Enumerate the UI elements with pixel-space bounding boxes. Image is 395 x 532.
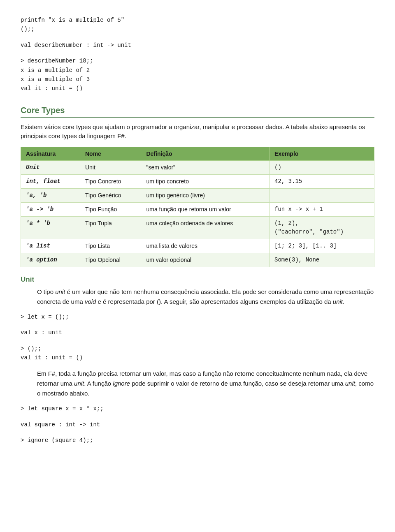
table-row: 'a, 'b Tipo Genérico um tipo genérico (l… <box>21 188 374 202</box>
repl-line-2: x is a multiple of 2 <box>21 66 374 75</box>
unit-val-x-line: val x : unit <box>21 328 374 337</box>
repl-block-1: > describeNumber 18;; x is a multiple of… <box>21 56 374 93</box>
row-nome: Tipo Tupla <box>80 216 141 239</box>
table-row: 'a option Tipo Opcional um valor opciona… <box>21 253 374 267</box>
unit-repl2-prompt: > ();; <box>21 344 374 353</box>
row-assinatura: Unit <box>21 160 80 174</box>
table-row: 'a list Tipo Lista uma lista de valores … <box>21 239 374 253</box>
unit-repl1-line: > let x = ();; <box>21 312 374 322</box>
row-exemplo: [1; 2; 3], [1.. 3] <box>270 239 374 253</box>
row-exemplo: (1, 2),("cachorro", "gato") <box>270 216 374 239</box>
unit-repl1: > let x = ();; <box>21 312 374 322</box>
unit-para2: Em F#, toda a função precisa retornar um… <box>37 369 374 398</box>
top-code-line-2: ();; <box>21 25 374 34</box>
repl-line-3: x is a multiple of 3 <box>21 75 374 84</box>
table-row: int, float Tipo Concreto um tipo concret… <box>21 174 374 188</box>
row-definicao: uma lista de valores <box>141 239 270 253</box>
row-definicao: um valor opcional <box>141 253 270 267</box>
row-assinatura: 'a option <box>21 253 80 267</box>
table-row: Unit Unit "sem valor" () <box>21 160 374 174</box>
row-definicao: uma função que retorna um valor <box>141 202 270 216</box>
unit-heading: Unit <box>21 275 374 284</box>
row-nome: Tipo Concreto <box>80 174 141 188</box>
row-nome: Tipo Opcional <box>80 253 141 267</box>
table-row: 'a -> 'b Tipo Função uma função que reto… <box>21 202 374 216</box>
top-code-block: printfn "x is a multiple of 5" ();; <box>21 16 374 34</box>
row-definicao: um tipo concreto <box>141 174 270 188</box>
unit-para1: O tipo unit é um valor que não tem nenhu… <box>37 287 374 307</box>
row-exemplo: 42, 3.15 <box>270 174 374 188</box>
core-types-heading: Core Types <box>21 106 374 118</box>
row-exemplo: () <box>270 160 374 174</box>
table-header-assinatura: Assinatura <box>21 147 80 160</box>
row-nome: Tipo Função <box>80 202 141 216</box>
unit-repl4: > ignore (square 4);; <box>21 436 374 445</box>
row-assinatura: int, float <box>21 174 80 188</box>
row-definicao: "sem valor" <box>141 160 270 174</box>
row-definicao: um tipo genérico (livre) <box>141 188 270 202</box>
repl-line-4: val it : unit = () <box>21 84 374 93</box>
top-code-line-1: printfn "x is a multiple of 5" <box>21 16 374 25</box>
unit-val-it: val it : unit = () <box>21 353 374 362</box>
row-assinatura: 'a -> 'b <box>21 202 80 216</box>
unit-repl3: > let square x = x * x;; <box>21 404 374 413</box>
unit-repl3-line: > let square x = x * x;; <box>21 404 374 413</box>
core-types-table: Assinatura Nome Definição Exemplo Unit U… <box>21 147 374 267</box>
unit-repl4-line: > ignore (square 4);; <box>21 436 374 445</box>
repl-line-1: > describeNumber 18;; <box>21 56 374 65</box>
row-nome: Tipo Genérico <box>80 188 141 202</box>
row-assinatura: 'a list <box>21 239 80 253</box>
core-types-intro: Existem vários core types que ajudam o p… <box>21 123 374 141</box>
row-nome: Tipo Lista <box>80 239 141 253</box>
describe-number-signature: val describeNumber : int -> unit <box>21 41 374 50</box>
unit-repl2: > ();; val it : unit = () <box>21 344 374 363</box>
row-exemplo: fun x -> x + 1 <box>270 202 374 216</box>
table-row: 'a * 'b Tipo Tupla uma coleção ordenada … <box>21 216 374 239</box>
table-header-definicao: Definição <box>141 147 270 160</box>
row-nome: Unit <box>80 160 141 174</box>
row-exemplo: Some(3), None <box>270 253 374 267</box>
unit-val-square: val square : int -> int <box>21 420 374 429</box>
row-assinatura: 'a * 'b <box>21 216 80 239</box>
row-definicao: uma coleção ordenada de valores <box>141 216 270 239</box>
row-assinatura: 'a, 'b <box>21 188 80 202</box>
unit-val-square-line: val square : int -> int <box>21 420 374 429</box>
table-header-nome: Nome <box>80 147 141 160</box>
unit-val-x: val x : unit <box>21 328 374 337</box>
table-header-exemplo: Exemplo <box>270 147 374 160</box>
row-exemplo <box>270 188 374 202</box>
